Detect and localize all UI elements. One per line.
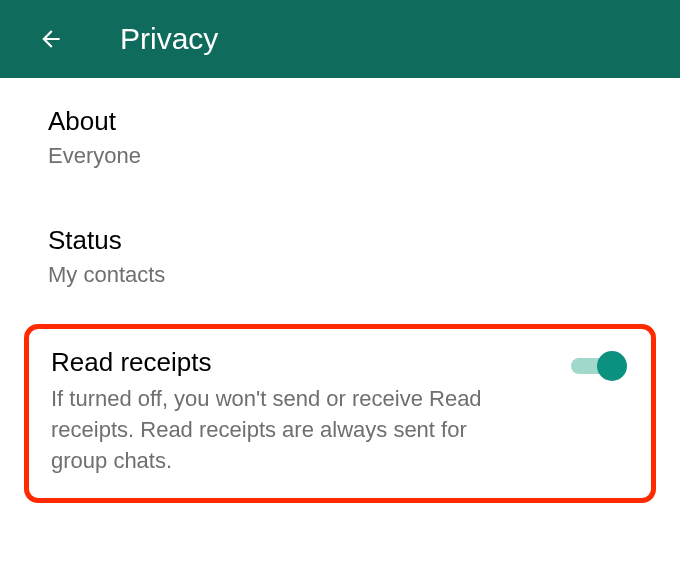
read-receipts-toggle[interactable]	[571, 351, 623, 381]
setting-label: Status	[48, 225, 632, 256]
setting-status[interactable]: Status My contacts	[0, 197, 680, 316]
setting-description: If turned off, you won't send or receive…	[51, 384, 491, 476]
setting-about[interactable]: About Everyone	[0, 78, 680, 197]
setting-label: About	[48, 106, 632, 137]
setting-value: Everyone	[48, 143, 632, 169]
read-receipts-text: Read receipts If turned off, you won't s…	[51, 347, 571, 476]
setting-label: Read receipts	[51, 347, 571, 378]
toggle-thumb	[597, 351, 627, 381]
setting-read-receipts[interactable]: Read receipts If turned off, you won't s…	[24, 324, 656, 503]
page-title: Privacy	[120, 22, 218, 56]
back-arrow-icon[interactable]	[38, 26, 64, 52]
settings-content: About Everyone Status My contacts Read r…	[0, 78, 680, 503]
setting-value: My contacts	[48, 262, 632, 288]
app-header: Privacy	[0, 0, 680, 78]
read-receipts-row: Read receipts If turned off, you won't s…	[51, 347, 629, 476]
